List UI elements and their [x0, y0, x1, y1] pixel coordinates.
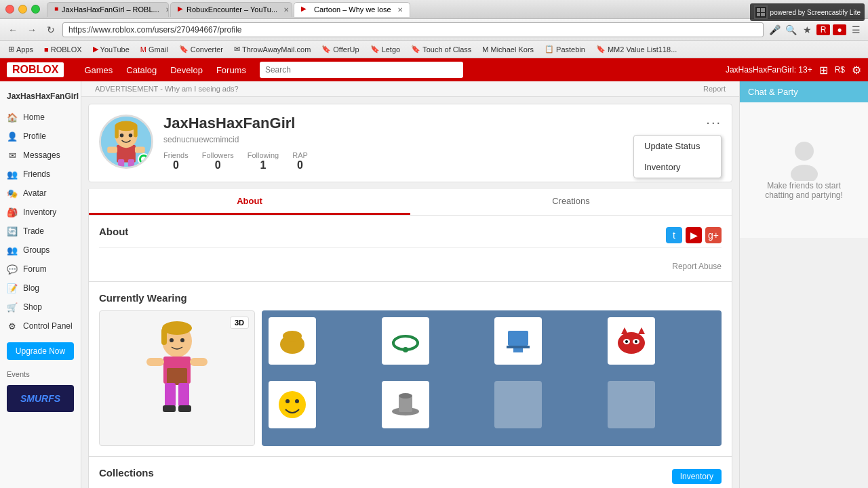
bookmark-gmail[interactable]: M Gmail: [138, 44, 171, 55]
svg-rect-11: [128, 159, 134, 167]
search-icon[interactable]: 🔍: [784, 24, 797, 35]
svg-rect-22: [165, 383, 176, 407]
svg-rect-31: [507, 346, 530, 348]
close-button[interactable]: [5, 5, 14, 14]
item-slot-4[interactable]: [269, 381, 316, 428]
home-icon: 🏠: [7, 112, 18, 123]
person-icon-svg: [787, 140, 821, 181]
sidebar-item-forum[interactable]: 💬 Forum: [0, 260, 81, 279]
chat-person-icon: [787, 140, 821, 174]
bookmark-converter[interactable]: 🔖 Converter: [176, 43, 226, 55]
sidebar-item-profile[interactable]: 👤 Profile: [0, 127, 81, 146]
sidebar-item-groups[interactable]: 👥 Groups: [0, 241, 81, 260]
back-button[interactable]: ←: [5, 22, 20, 37]
inventory-item[interactable]: Inventory: [634, 157, 721, 178]
tab-about[interactable]: About: [89, 189, 410, 215]
svg-rect-5: [134, 126, 138, 138]
tab2-close[interactable]: ✕: [283, 6, 289, 14]
smurfs-banner[interactable]: SMURFS: [7, 385, 74, 412]
nav-develop[interactable]: Develop: [170, 65, 203, 75]
bookmark-letgo[interactable]: 🔖 Letgo: [368, 43, 403, 55]
robux-icon[interactable]: R$: [835, 65, 845, 75]
inventory-button[interactable]: Inventory: [672, 469, 722, 484]
item-slot-3[interactable]: [608, 317, 655, 365]
tab-creations[interactable]: Creations: [410, 189, 732, 215]
upgrade-button[interactable]: Upgrade Now: [7, 342, 74, 360]
url-bar[interactable]: https://www.roblox.com/users/270494667/p…: [62, 22, 764, 37]
twitter-icon[interactable]: t: [666, 227, 682, 243]
grid-icon[interactable]: ⊞: [819, 64, 828, 77]
letgo-favicon: 🔖: [370, 45, 380, 54]
mic-icon[interactable]: 🎤: [768, 24, 781, 35]
browser-tab-1[interactable]: ■ JaxHasHaxFanGirl – ROBL... ✕: [47, 2, 169, 17]
more-menu[interactable]: ··· Update Status Inventory: [706, 115, 722, 130]
throwaway-label: ThrowAwayMail.com: [242, 45, 311, 54]
youtube-social-icon[interactable]: ▶: [686, 227, 702, 243]
sidebar-item-controlpanel[interactable]: ⚙ Control Panel: [0, 317, 81, 336]
maximize-button[interactable]: [31, 5, 40, 14]
chat-party-button[interactable]: Chat & Party: [740, 81, 868, 102]
shop-icon: 🛒: [7, 302, 18, 312]
pastebin-label: Pastebin: [556, 45, 585, 54]
bookmark-pastebin[interactable]: 📋 Pastebin: [542, 43, 588, 55]
roblox-logo[interactable]: ROBLOX: [7, 62, 64, 77]
nav-games[interactable]: Games: [84, 65, 113, 75]
inventory-icon: 🎒: [7, 207, 18, 218]
bookmark-offerup[interactable]: 🔖 OfferUp: [319, 43, 361, 55]
svg-rect-19: [167, 368, 187, 385]
window-controls[interactable]: [5, 5, 40, 14]
rap-value: 0: [292, 159, 308, 171]
item-slot-2[interactable]: [494, 317, 542, 365]
search-input[interactable]: [260, 62, 463, 78]
menu-icon[interactable]: ☰: [849, 24, 863, 35]
report-abuse[interactable]: Report Abuse: [99, 262, 722, 271]
tab1-close[interactable]: ✕: [165, 6, 169, 14]
sidebar-item-trade[interactable]: 🔄 Trade: [0, 222, 81, 241]
item-slot-6: [494, 381, 542, 428]
sidebar-item-messages[interactable]: ✉ Messages: [0, 146, 81, 165]
sidebar-item-profile-label: Profile: [23, 131, 46, 141]
update-status-item[interactable]: Update Status: [634, 136, 721, 157]
trade-icon: 🔄: [7, 226, 18, 237]
sidebar-item-inventory[interactable]: 🎒 Inventory: [0, 203, 81, 222]
tab3-close[interactable]: ✕: [397, 6, 403, 14]
minimize-button[interactable]: [18, 5, 27, 14]
bookmark-youtube[interactable]: ▶ YouTube: [90, 43, 132, 55]
svg-point-6: [120, 134, 124, 138]
chat-party-content: Make friends to start chatting and party…: [740, 102, 868, 238]
bookmark-apps[interactable]: ⊞ Apps: [5, 43, 36, 55]
item-slot-1[interactable]: [382, 317, 429, 365]
roblox-icon[interactable]: R: [816, 24, 830, 35]
bookmark-mm2[interactable]: 🔖 MM2 Value List118...: [593, 43, 680, 55]
letgo-label: Letgo: [382, 45, 401, 54]
item-slot-0[interactable]: [269, 317, 316, 365]
reload-button[interactable]: ↻: [43, 22, 58, 37]
svg-point-12: [141, 157, 146, 162]
nav-forums[interactable]: Forums: [216, 65, 246, 75]
lastpass-icon[interactable]: ●: [833, 24, 846, 35]
bookmark-michaelkors[interactable]: M Michael Kors: [479, 44, 536, 55]
tab3-label: Cartoon – Why we lose: [314, 5, 391, 14]
more-dots-icon[interactable]: ···: [706, 115, 722, 130]
browser-tab-2[interactable]: ▶ RobuxEncounter – YouTu... ✕: [170, 2, 292, 17]
nav-catalog[interactable]: Catalog: [126, 65, 157, 75]
svg-point-43: [399, 393, 412, 399]
sidebar-item-avatar[interactable]: 🎭 Avatar: [0, 184, 81, 203]
bookmark-roblox[interactable]: ■ ROBLOX: [41, 44, 85, 55]
bookmark-throwaway[interactable]: ✉ ThrowAwayMail.com: [231, 43, 313, 55]
bookmark-touchofclass[interactable]: 🔖 Touch of Class: [408, 43, 474, 55]
sidebar-item-friends[interactable]: 👥 Friends: [0, 165, 81, 184]
sidebar-item-shop[interactable]: 🛒 Shop: [0, 298, 81, 317]
sidebar-item-home[interactable]: 🏠 Home: [0, 108, 81, 127]
googleplus-icon[interactable]: g+: [705, 227, 722, 243]
sidebar-item-groups-label: Groups: [23, 245, 50, 255]
browser-tab-3[interactable]: ▶ Cartoon – Why we lose ✕: [294, 2, 410, 17]
forward-button[interactable]: →: [24, 22, 39, 37]
friends-label: Friends: [163, 151, 189, 159]
settings-icon[interactable]: ⚙: [852, 64, 861, 77]
bookmark-star-icon[interactable]: ★: [800, 24, 814, 35]
sidebar-item-blog[interactable]: 📝 Blog: [0, 279, 81, 298]
report-text[interactable]: Report: [703, 85, 726, 93]
profile-header: JaxHasHaxFanGirl sednucnuewcmimcid Frien…: [88, 104, 732, 182]
item-slot-5[interactable]: [382, 381, 429, 428]
